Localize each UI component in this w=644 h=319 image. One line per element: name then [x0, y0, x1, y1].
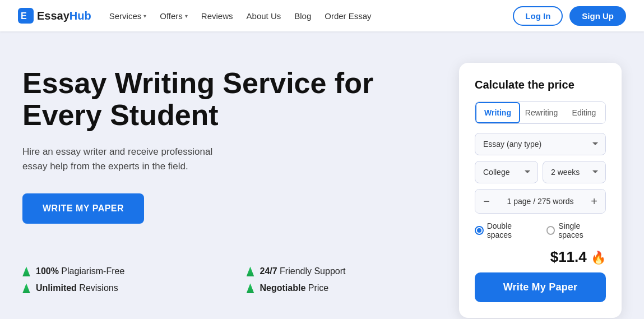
pages-stepper-row: − 1 page / 275 words + — [475, 189, 606, 214]
deadline-select[interactable]: 24 hours 3 days 1 week 2 weeks — [543, 161, 606, 183]
calc-tabs: Writing Rewriting Editing — [475, 101, 606, 124]
feature-revisions: Unlimited Revisions — [22, 283, 213, 293]
logo-icon: E — [18, 8, 34, 24]
level-deadline-row: High School College University Masters 2… — [475, 161, 606, 183]
bullet-icon — [247, 266, 254, 276]
increment-pages-button[interactable]: + — [583, 189, 605, 213]
nav-item-order[interactable]: Order Essay — [325, 11, 371, 21]
nav-item-blog[interactable]: Blog — [294, 11, 311, 21]
signup-button[interactable]: Sign Up — [569, 6, 626, 26]
spacing-options-row: Double spaces Single spaces — [475, 221, 606, 239]
features-grid: 100% Plagiarism-Free 24/7 Friendly Suppo… — [22, 266, 437, 293]
navbar: E EssayHub Services ▾ Offers ▾ Reviews A… — [0, 0, 644, 31]
brand-name: EssayHub — [37, 10, 91, 22]
radio-double-icon — [475, 226, 484, 235]
svg-text:E: E — [21, 11, 27, 21]
hero-title: Essay Writing Service for Every Student — [22, 67, 415, 131]
tab-rewriting[interactable]: Rewriting — [520, 102, 563, 123]
bullet-icon — [22, 283, 30, 293]
nav-links: Services ▾ Offers ▾ Reviews About Us Blo… — [109, 11, 513, 21]
hero-subtitle: Hire an essay writer and receive profess… — [22, 145, 235, 173]
chevron-down-icon: ▾ — [185, 13, 188, 19]
bullet-icon — [22, 266, 30, 276]
nav-item-reviews[interactable]: Reviews — [201, 11, 233, 21]
tab-editing[interactable]: Editing — [563, 102, 605, 123]
essay-type-select[interactable]: Essay (any type) Research Paper Term Pap… — [475, 133, 606, 155]
hero-left: Essay Writing Service for Every Student … — [22, 63, 437, 293]
single-spaces-option[interactable]: Single spaces — [546, 221, 606, 239]
chevron-down-icon: ▾ — [143, 13, 146, 19]
decrement-pages-button[interactable]: − — [475, 189, 498, 213]
fire-emoji: 🔥 — [591, 251, 606, 265]
price-value: $11.4 — [550, 248, 587, 265]
write-my-paper-button[interactable]: WRITE MY PAPER — [22, 193, 144, 224]
nav-item-about[interactable]: About Us — [247, 11, 281, 21]
login-button[interactable]: Log In — [513, 6, 563, 26]
radio-single-icon — [546, 226, 555, 235]
calculator-card: Calculate the price Writing Rewriting Ed… — [459, 63, 622, 318]
pages-value: 1 page / 275 words — [498, 197, 583, 206]
price-display: $11.4 🔥 — [475, 248, 606, 266]
feature-price: Negotiable Price — [247, 283, 437, 293]
hero-section: Essay Writing Service for Every Student … — [0, 31, 644, 319]
nav-item-offers[interactable]: Offers ▾ — [160, 11, 188, 21]
calc-submit-button[interactable]: Write My Paper — [475, 272, 606, 302]
nav-actions: Log In Sign Up — [513, 6, 626, 26]
bullet-icon — [247, 283, 254, 293]
feature-plagiarism: 100% Plagiarism-Free — [22, 266, 213, 276]
nav-item-services[interactable]: Services ▾ — [109, 11, 147, 21]
feature-support: 24/7 Friendly Support — [247, 266, 437, 276]
academic-level-select[interactable]: High School College University Masters — [475, 161, 538, 183]
logo[interactable]: E EssayHub — [18, 8, 91, 24]
double-spaces-option[interactable]: Double spaces — [475, 221, 538, 239]
tab-writing[interactable]: Writing — [475, 102, 520, 123]
calc-title: Calculate the price — [475, 78, 606, 91]
